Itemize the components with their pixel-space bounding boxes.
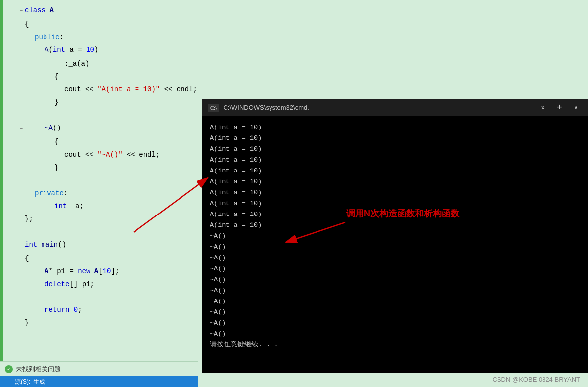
terminal-continue-line: 请按任意键继续. . . bbox=[210, 340, 580, 350]
terminal-line: ~A() bbox=[210, 253, 580, 263]
code-line: delete[] p1; bbox=[3, 278, 198, 291]
terminal-titlebar: C:\ C:\WINDOWS\system32\cmd. ✕ + ∨ bbox=[202, 99, 588, 116]
code-line: return 0; bbox=[3, 303, 198, 316]
blue-bar-value: 生成 bbox=[33, 378, 45, 386]
code-line: }; bbox=[3, 213, 198, 225]
code-line: } bbox=[3, 161, 198, 174]
code-line bbox=[3, 291, 198, 303]
collapse-button[interactable]: − bbox=[18, 44, 25, 57]
blue-bar-source-label: 源(S): bbox=[15, 378, 30, 386]
code-editor: − class A { public: − A(int a = 10) :_a(… bbox=[0, 0, 198, 387]
code-line bbox=[3, 225, 198, 238]
code-line: private: bbox=[3, 187, 198, 200]
terminal-line: ~A() bbox=[210, 274, 580, 285]
terminal-line: A(int a = 10) bbox=[210, 155, 580, 166]
collapse-button[interactable]: − bbox=[18, 5, 25, 18]
terminal-chevron-button[interactable]: ∨ bbox=[570, 103, 582, 112]
terminal-line: ~A() bbox=[210, 329, 580, 340]
terminal-line: A(int a = 10) bbox=[210, 166, 580, 176]
code-line: public: bbox=[3, 31, 198, 43]
terminal-line: ~A() bbox=[210, 296, 580, 307]
terminal-line: ~A() bbox=[210, 318, 580, 329]
code-line: { bbox=[3, 70, 198, 83]
terminal-window[interactable]: C:\ C:\WINDOWS\system32\cmd. ✕ + ∨ A(int… bbox=[202, 99, 588, 373]
terminal-title: C:\WINDOWS\system32\cmd. bbox=[223, 104, 533, 111]
code-line: A* p1 = new A[10]; bbox=[3, 265, 198, 278]
terminal-add-button[interactable]: + bbox=[553, 102, 566, 114]
terminal-cmd-icon: C:\ bbox=[208, 104, 219, 112]
terminal-line: ~A() bbox=[210, 285, 580, 296]
code-line: − class A bbox=[3, 4, 198, 18]
terminal-line: A(int a = 10) bbox=[210, 176, 580, 187]
terminal-line: A(int a = 10) bbox=[210, 187, 580, 198]
code-line: − ~A() bbox=[3, 122, 198, 135]
code-line: cout << "~A()" << endl; bbox=[3, 148, 198, 161]
code-line: :_a(a) bbox=[3, 57, 198, 70]
code-line: cout << "A(int a = 10)" << endl; bbox=[3, 83, 198, 96]
terminal-body: A(int a = 10) A(int a = 10) A(int a = 10… bbox=[202, 116, 588, 373]
blue-bar: 源(S): 生成 bbox=[0, 376, 198, 387]
terminal-line: A(int a = 10) bbox=[210, 133, 580, 144]
terminal-line: ~A() bbox=[210, 307, 580, 318]
code-line bbox=[3, 174, 198, 187]
code-line: { bbox=[3, 18, 198, 31]
code-line: } bbox=[3, 96, 198, 109]
code-line: } bbox=[3, 316, 198, 329]
terminal-line: A(int a = 10) bbox=[210, 122, 580, 133]
watermark: CSDN @KOBE 0824 BRYANT bbox=[493, 376, 580, 383]
code-content: − class A { public: − A(int a = 10) :_a(… bbox=[3, 0, 198, 333]
code-line: − int main() bbox=[3, 238, 198, 252]
annotation-text: 调用N次构造函数和析构函数 bbox=[346, 208, 459, 219]
terminal-line: A(int a = 10) bbox=[210, 144, 580, 155]
status-bar: ✓ 未找到相关问题 bbox=[0, 361, 198, 376]
code-line: int _a; bbox=[3, 200, 198, 213]
terminal-line: ~A() bbox=[210, 242, 580, 253]
code-line: { bbox=[3, 252, 198, 265]
code-line: { bbox=[3, 135, 198, 148]
terminal-line: A(int a = 10) bbox=[210, 220, 580, 231]
terminal-line: ~A() bbox=[210, 231, 580, 242]
collapse-button[interactable]: − bbox=[18, 239, 25, 252]
status-text: 未找到相关问题 bbox=[16, 365, 61, 374]
collapse-button[interactable]: − bbox=[18, 123, 25, 135]
terminal-close-button[interactable]: ✕ bbox=[537, 102, 549, 113]
status-icon: ✓ bbox=[5, 365, 13, 373]
code-line bbox=[3, 109, 198, 122]
terminal-line: ~A() bbox=[210, 263, 580, 274]
code-line: − A(int a = 10) bbox=[3, 43, 198, 57]
